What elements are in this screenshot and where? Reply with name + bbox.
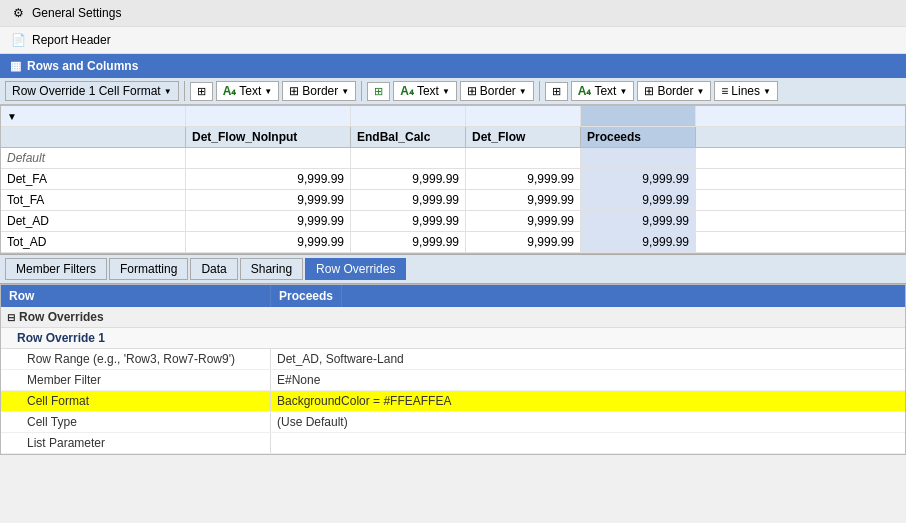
- grid-cell-label-tot-fa: Tot_FA: [1, 190, 186, 210]
- grid-cell-2-default: [351, 148, 466, 168]
- grid-header-col-1: Det_Flow_NoInput: [186, 127, 351, 147]
- border-icon-2: ⊞: [467, 84, 477, 98]
- prop-value-cell-format: BackgroundColor = #FFEAFFEA: [271, 391, 905, 411]
- filter-row: ▼: [1, 106, 905, 127]
- grid-container: ▼ Det_Flow_NoInput EndBal_Calc Det_Flow …: [0, 105, 906, 254]
- prop-row-cell-format[interactable]: Cell Format BackgroundColor = #FFEAFFEA: [1, 391, 905, 412]
- text-btn-1[interactable]: A₄ Text ▼: [216, 81, 280, 101]
- grid-cell-1-det-ad: 9,999.99: [186, 211, 351, 231]
- section-group-row-overrides: ⊟ Row Overrides: [1, 307, 905, 328]
- dropdown-4: ▼: [519, 87, 527, 96]
- grid-cell-4-default: [581, 148, 696, 168]
- tab-data[interactable]: Data: [190, 258, 237, 280]
- filter-cell-4: [581, 106, 696, 126]
- dropdown-arrow-icon: ▼: [164, 87, 172, 96]
- grid-cell-2-det-ad: 9,999.99: [351, 211, 466, 231]
- filter-cell-2: [351, 106, 466, 126]
- lines-icon: ≡: [721, 84, 728, 98]
- grid-cell-1-tot-fa: 9,999.99: [186, 190, 351, 210]
- border-btn-3[interactable]: ⊞ Border ▼: [637, 81, 711, 101]
- grid-cell-label-default: Default: [1, 148, 186, 168]
- a4-icon-3: A₄: [578, 84, 592, 98]
- toolbar-separator-1: [184, 81, 185, 101]
- tabs-bar: Member Filters Formatting Data Sharing R…: [0, 254, 906, 284]
- prop-value-list-parameter: [271, 433, 905, 453]
- grid-cell-2-tot-fa: 9,999.99: [351, 190, 466, 210]
- tab-sharing[interactable]: Sharing: [240, 258, 303, 280]
- lines-btn[interactable]: ≡ Lines ▼: [714, 81, 778, 101]
- grid-row-default[interactable]: Default: [1, 148, 905, 169]
- prop-label-list-parameter: List Parameter: [1, 433, 271, 453]
- dropdown-7: ▼: [763, 87, 771, 96]
- grid-header-col-4: Proceeds: [581, 127, 696, 147]
- prop-row-row-range[interactable]: Row Range (e.g., 'Row3, Row7-Row9') Det_…: [1, 349, 905, 370]
- prop-row-list-parameter[interactable]: List Parameter: [1, 433, 905, 454]
- text-btn-3[interactable]: A₄ Text ▼: [571, 81, 635, 101]
- toolbar-separator-3: [539, 81, 540, 101]
- prop-value-member-filter: E#None: [271, 370, 905, 390]
- border-btn-2[interactable]: ⊞ Border ▼: [460, 81, 534, 101]
- grid-row-tot-ad[interactable]: Tot_AD 9,999.99 9,999.99 9,999.99 9,999.…: [1, 232, 905, 253]
- rows-columns-label: Rows and Columns: [27, 59, 138, 73]
- row-override-label: Row Override 1 Cell Format: [12, 84, 161, 98]
- grid-icon-btn-3[interactable]: ⊞: [545, 82, 568, 101]
- border-icon-1: ⊞: [289, 84, 299, 98]
- tab-formatting[interactable]: Formatting: [109, 258, 188, 280]
- dropdown-5: ▼: [619, 87, 627, 96]
- tab-member-filters[interactable]: Member Filters: [5, 258, 107, 280]
- filter-icon[interactable]: ▼: [7, 111, 17, 122]
- rows-columns-icon: ▦: [10, 59, 21, 73]
- grid-icon-btn-2[interactable]: ⊞: [367, 82, 390, 101]
- grid-cell-1-default: [186, 148, 351, 168]
- tab-row-overrides[interactable]: Row Overrides: [305, 258, 406, 280]
- grid-cell-4-tot-ad: 9,999.99: [581, 232, 696, 252]
- dropdown-1: ▼: [264, 87, 272, 96]
- grid-header-col-2: EndBal_Calc: [351, 127, 466, 147]
- sub-group-row-override-1: Row Override 1: [1, 328, 905, 349]
- toggle-icon[interactable]: ⊟: [7, 312, 15, 323]
- a4-icon-1: A₄: [223, 84, 237, 98]
- prop-label-member-filter: Member Filter: [1, 370, 271, 390]
- grid-cell-1-tot-ad: 9,999.99: [186, 232, 351, 252]
- dropdown-3: ▼: [442, 87, 450, 96]
- grid-row-det-ad[interactable]: Det_AD 9,999.99 9,999.99 9,999.99 9,999.…: [1, 211, 905, 232]
- grid-row-tot-fa[interactable]: Tot_FA 9,999.99 9,999.99 9,999.99 9,999.…: [1, 190, 905, 211]
- dropdown-6: ▼: [696, 87, 704, 96]
- bottom-panel: Row Proceeds ⊟ Row Overrides Row Overrid…: [0, 284, 906, 455]
- prop-label-cell-type: Cell Type: [1, 412, 271, 432]
- grid-cell-4-det-fa: 9,999.99: [581, 169, 696, 189]
- filter-cell-3: [466, 106, 581, 126]
- prop-row-cell-type[interactable]: Cell Type (Use Default): [1, 412, 905, 433]
- grid-cell-2-tot-ad: 9,999.99: [351, 232, 466, 252]
- text-btn-2[interactable]: A₄ Text ▼: [393, 81, 457, 101]
- report-header-item[interactable]: 📄 Report Header: [0, 27, 906, 54]
- grid-cell-label-tot-ad: Tot_AD: [1, 232, 186, 252]
- filter-cell-label: ▼: [1, 106, 186, 126]
- grid-icon-btn-1[interactable]: ⊞: [190, 82, 213, 101]
- section-group-label: Row Overrides: [19, 310, 104, 324]
- grid-cell-4-det-ad: 9,999.99: [581, 211, 696, 231]
- prop-row-member-filter[interactable]: Member Filter E#None: [1, 370, 905, 391]
- bottom-header-value: Proceeds: [271, 285, 342, 307]
- grid-cell-3-tot-ad: 9,999.99: [466, 232, 581, 252]
- report-icon: 📄: [10, 32, 26, 48]
- a4-icon-2: A₄: [400, 84, 414, 98]
- prop-value-row-range: Det_AD, Software-Land: [271, 349, 905, 369]
- general-settings-item[interactable]: ⚙ General Settings: [0, 0, 906, 27]
- grid-cell-3-tot-fa: 9,999.99: [466, 190, 581, 210]
- grid-cell-3-default: [466, 148, 581, 168]
- grid-cell-label-det-fa: Det_FA: [1, 169, 186, 189]
- grid-cell-4-tot-fa: 9,999.99: [581, 190, 696, 210]
- grid-cell-1-det-fa: 9,999.99: [186, 169, 351, 189]
- report-header-label: Report Header: [32, 33, 111, 47]
- filter-cell-1: [186, 106, 351, 126]
- grid-header: Det_Flow_NoInput EndBal_Calc Det_Flow Pr…: [1, 127, 905, 148]
- prop-label-row-range: Row Range (e.g., 'Row3, Row7-Row9'): [1, 349, 271, 369]
- toolbar-separator-2: [361, 81, 362, 101]
- general-settings-label: General Settings: [32, 6, 121, 20]
- row-override-btn[interactable]: Row Override 1 Cell Format ▼: [5, 81, 179, 101]
- grid-cell-label-det-ad: Det_AD: [1, 211, 186, 231]
- grid-row-det-fa[interactable]: Det_FA 9,999.99 9,999.99 9,999.99 9,999.…: [1, 169, 905, 190]
- border-btn-1[interactable]: ⊞ Border ▼: [282, 81, 356, 101]
- gear-icon: ⚙: [10, 5, 26, 21]
